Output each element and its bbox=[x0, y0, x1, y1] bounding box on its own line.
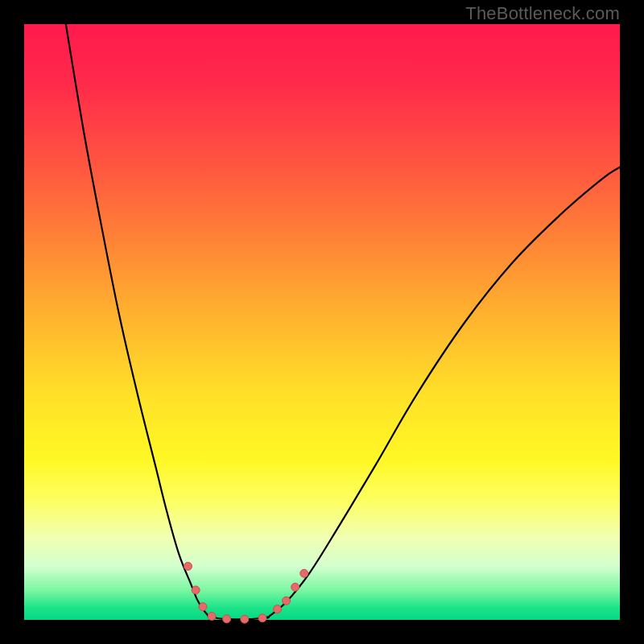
data-marker bbox=[291, 583, 299, 591]
chart-stage: TheBottleneck.com bbox=[0, 0, 644, 644]
data-marker bbox=[184, 562, 192, 570]
data-marker bbox=[300, 569, 308, 577]
data-marker bbox=[241, 615, 249, 623]
watermark-text: TheBottleneck.com bbox=[465, 3, 620, 24]
data-marker bbox=[223, 615, 231, 623]
curve-layer bbox=[0, 0, 644, 644]
data-marker bbox=[192, 586, 200, 594]
data-marker bbox=[208, 613, 216, 621]
data-marker bbox=[274, 605, 282, 613]
bottleneck-curve bbox=[66, 24, 620, 619]
data-marker bbox=[199, 603, 207, 611]
data-marker bbox=[258, 614, 266, 622]
data-marker bbox=[283, 597, 291, 605]
